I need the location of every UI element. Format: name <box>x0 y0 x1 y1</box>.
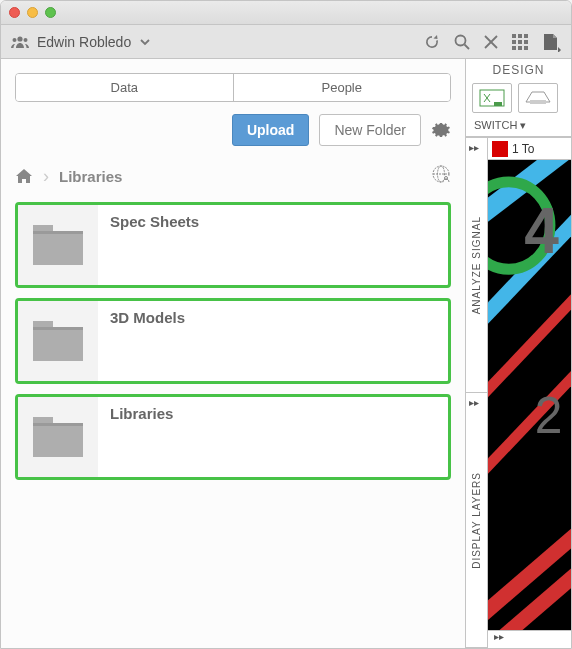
breadcrumb: › Libraries <box>15 164 451 188</box>
expand-icon[interactable]: ▸▸ <box>488 631 510 648</box>
refresh-button[interactable] <box>423 33 441 51</box>
tab-data[interactable]: Data <box>16 74 233 101</box>
minimize-window-button[interactable] <box>27 7 38 18</box>
svg-rect-13 <box>512 46 516 50</box>
svg-rect-32 <box>530 100 546 104</box>
svg-rect-23 <box>33 231 83 234</box>
team-icon <box>11 35 29 49</box>
folder-title: 3D Models <box>98 301 197 381</box>
canvas-strip: ▸▸ ANALYZE SIGNAL ▸▸ DISPLAY LAYERS 1 To <box>466 137 571 648</box>
canvas-number-2: 2 <box>535 386 563 444</box>
folder-item[interactable]: Libraries <box>15 394 451 480</box>
breadcrumb-separator: › <box>43 166 49 187</box>
home-button[interactable] <box>15 167 33 185</box>
design-panel: DESIGN SWITCH ▾ ▸▸ ANALYZE SIGNAL ▸▸ DIS… <box>466 59 571 648</box>
svg-rect-15 <box>524 46 528 50</box>
window-controls <box>9 7 56 18</box>
rail-display-layers[interactable]: ▸▸ DISPLAY LAYERS <box>466 393 487 648</box>
folder-item[interactable]: 3D Models <box>15 298 451 384</box>
chevron-down-icon <box>139 36 151 48</box>
app-window: { "user": { "name": "Edwin Robledo" }, "… <box>0 0 572 649</box>
svg-rect-7 <box>512 34 516 38</box>
team-selector[interactable]: Edwin Robledo <box>11 34 151 50</box>
svg-rect-10 <box>512 40 516 44</box>
svg-rect-31 <box>494 102 502 106</box>
folder-icon <box>18 205 98 285</box>
folder-icon <box>18 301 98 381</box>
folder-list: Spec Sheets 3D Models Libraries <box>15 202 451 480</box>
svg-rect-27 <box>33 423 83 457</box>
svg-rect-21 <box>33 231 83 265</box>
panel-tabs: Data People <box>15 73 451 102</box>
close-window-button[interactable] <box>9 7 20 18</box>
maximize-window-button[interactable] <box>45 7 56 18</box>
close-panel-button[interactable] <box>483 34 499 50</box>
rail-analyze-signal[interactable]: ▸▸ ANALYZE SIGNAL <box>466 138 487 393</box>
switch-dropdown[interactable]: SWITCH ▾ <box>466 115 571 137</box>
user-name: Edwin Robledo <box>37 34 131 50</box>
layer-color-swatch <box>492 141 508 157</box>
folder-item[interactable]: Spec Sheets <box>15 202 451 288</box>
folder-title: Spec Sheets <box>98 205 211 285</box>
settings-button[interactable] <box>431 118 451 142</box>
layer-indicator[interactable]: 1 To <box>488 138 571 160</box>
svg-point-3 <box>456 35 466 45</box>
new-document-button[interactable] <box>541 32 561 52</box>
upload-button[interactable]: Upload <box>232 114 309 146</box>
toolbar: Edwin Robledo <box>1 25 571 59</box>
titlebar <box>1 1 571 25</box>
search-button[interactable] <box>453 33 471 51</box>
action-bar: Upload New Folder <box>15 114 451 146</box>
svg-rect-11 <box>518 40 522 44</box>
svg-rect-29 <box>33 423 83 426</box>
svg-rect-8 <box>518 34 522 38</box>
canvas-column: 1 To 4 2 <box>488 138 571 648</box>
tab-people[interactable]: People <box>233 74 451 101</box>
schematic-mode-button[interactable] <box>472 83 512 113</box>
canvas-number-4: 4 <box>524 193 559 267</box>
new-folder-button[interactable]: New Folder <box>319 114 421 146</box>
canvas-footer: ▸▸ <box>488 630 571 648</box>
svg-line-4 <box>465 44 470 49</box>
share-button[interactable] <box>431 164 451 188</box>
data-panel: Data People Upload New Folder › Librarie… <box>1 59 466 648</box>
folder-icon <box>18 397 98 477</box>
expand-icon: ▸▸ <box>469 142 479 153</box>
svg-rect-12 <box>524 40 528 44</box>
svg-rect-9 <box>524 34 528 38</box>
board-mode-button[interactable] <box>518 83 558 113</box>
svg-rect-26 <box>33 327 83 330</box>
main-area: Data People Upload New Folder › Librarie… <box>1 59 571 648</box>
expand-icon: ▸▸ <box>469 397 479 408</box>
side-rail: ▸▸ ANALYZE SIGNAL ▸▸ DISPLAY LAYERS <box>466 138 488 648</box>
svg-point-0 <box>17 36 22 41</box>
breadcrumb-current: Libraries <box>59 168 122 185</box>
layer-label: 1 To <box>512 142 534 156</box>
pcb-canvas[interactable]: 4 2 <box>488 160 571 630</box>
svg-point-2 <box>24 38 28 42</box>
panel-header: DESIGN <box>466 59 571 81</box>
svg-rect-14 <box>518 46 522 50</box>
folder-title: Libraries <box>98 397 185 477</box>
svg-point-1 <box>13 38 17 42</box>
svg-rect-24 <box>33 327 83 361</box>
grid-view-button[interactable] <box>511 33 529 51</box>
design-mode-icons <box>466 81 571 115</box>
